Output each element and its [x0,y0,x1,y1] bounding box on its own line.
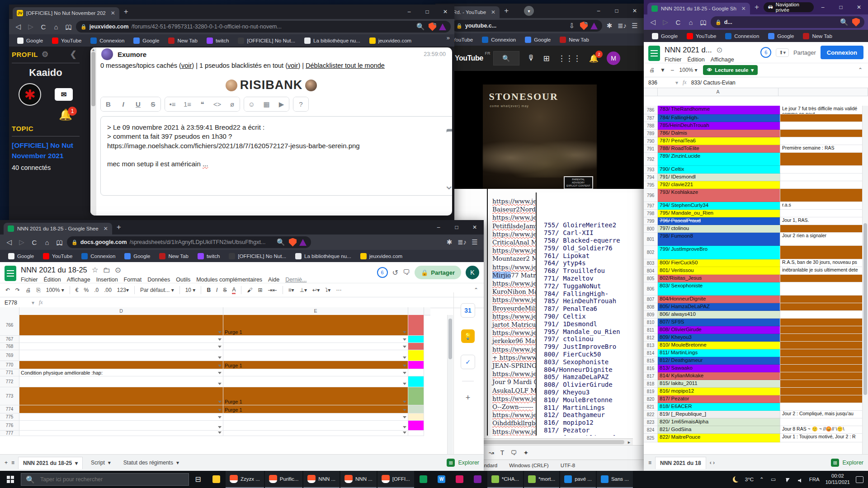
percent-format-button[interactable]: % [84,287,89,293]
tab-close-icon[interactable]: ✕ [104,225,108,232]
sheet-row[interactable]: 801 798/ Fumoon8 Jour 2 rien a signaler [644,233,868,246]
paint-app-icon[interactable] [451,471,469,488]
comment-cell[interactable]: Jour 2 : Compliqué, mais jusqu'au [780,411,868,418]
tab-close-icon[interactable]: ✕ [111,10,115,16]
player-cell[interactable]: 796/ PascalPraud [658,217,780,225]
row-number[interactable]: 788 [644,122,658,130]
cell-f-color[interactable] [408,376,424,387]
language-indicator[interactable]: FRA [809,477,820,482]
comment-cell[interactable] [780,153,868,166]
bookmark-item[interactable]: YouTube [39,253,76,259]
sheet-row[interactable]: 810 807/ SF9S [644,319,868,326]
all-sheets-icon[interactable]: ≡ [11,460,14,466]
menu-item[interactable]: Données [147,277,170,283]
word-app-icon[interactable]: W [433,471,451,488]
bookmark-icon[interactable]: 🕮 [698,19,709,26]
maximize-button[interactable]: □ [608,4,626,18]
cell-f-color[interactable] [408,315,424,336]
player-cell[interactable]: 820/ 1m65maisAlpha [658,418,780,426]
row-number[interactable]: 777 [0,431,19,436]
cell-f-color[interactable] [408,350,424,361]
menu-icon[interactable]: ☰ [469,238,480,246]
row-number[interactable]: 774 [0,405,19,413]
player-cell[interactable]: 807/ SF9S [658,319,780,326]
brave-shield-icon[interactable]: 11 [429,23,436,31]
player-cell[interactable]: 786/ Dalmis [658,130,780,137]
bookmark-icon[interactable]: 🕮 [63,23,74,31]
bookmark-item[interactable]: jeuxvideo.com [357,253,406,259]
row-number[interactable]: 767 [0,336,19,343]
sheet-row[interactable]: 769 [0,350,430,361]
bookmark-item[interactable]: Google [130,38,163,44]
comment-cell[interactable] [780,282,868,296]
strikethrough-button[interactable]: S [223,287,226,293]
row-number[interactable]: 805 [644,275,658,282]
text-tool-icon[interactable]: T [500,449,505,456]
reload-icon[interactable]: C [38,23,49,31]
cell-f-color[interactable] [408,361,424,369]
row-number[interactable]: 769 [0,350,19,361]
row-number[interactable]: 773 [0,387,19,405]
player-cell[interactable]: 806/ always410 [658,311,780,319]
tab-scroll-icons[interactable]: ‹ › [710,460,715,466]
tab-search-icon[interactable]: ▾ [524,6,534,16]
player-cell[interactable]: 816/ mopipo12 [658,388,780,395]
back-icon[interactable]: ◁ [647,18,658,26]
comment-cell[interactable]: inébranlable je suis ultimement dete [780,267,868,275]
bookmark-item[interactable]: jeuxvideo.com [366,38,415,44]
cell-d[interactable] [19,421,223,431]
player-cell[interactable]: 800/ FierCuck50 [658,259,780,267]
minimize-button[interactable]: – [590,4,608,18]
post-avatar[interactable] [101,48,113,60]
bookmark-item[interactable]: New Tab [165,38,201,44]
print-icon[interactable]: 🖨 [25,287,31,293]
sheet-row[interactable]: 802 799/ JustImproveBro [644,246,868,259]
minimize-button[interactable]: – [400,5,418,19]
cell-e[interactable] [223,336,408,343]
jv-tab[interactable]: JV [OFFICIEL] No Nut November 202 ✕ [13,7,119,19]
tasks-icon[interactable]: ✓ [461,355,475,369]
task-view-icon[interactable]: ⊟ [189,471,207,488]
explore-button[interactable]: ⊞Explorer [831,459,863,467]
row-number[interactable]: 792 [644,153,658,166]
gsl-tab[interactable]: NNN 2021 du 18-25 - Google Shee ✕ [4,223,112,235]
bookmark-item[interactable]: Google [5,253,38,259]
player-cell[interactable]: 794/ StephenCurly34 [658,202,780,210]
taskbar-window-button[interactable]: pavé ... [560,471,596,488]
share-button[interactable]: Partager [793,49,816,56]
comment-cell[interactable] [780,311,868,319]
cell-d[interactable] [19,361,223,369]
sheet-row[interactable]: 793 790/ Celtix [644,166,868,174]
player-cell[interactable]: 817/ Pezator [658,395,780,403]
bookmark-item[interactable]: twitch [194,253,223,259]
row-number[interactable]: 803 [644,259,658,267]
back-icon[interactable]: ◁ [4,238,14,246]
undo-icon[interactable]: ↶ [5,287,10,293]
bookmark-item[interactable]: Google [521,37,554,43]
create-video-icon[interactable]: ⊞ [543,54,550,63]
cell-e[interactable]: Purge 1 [223,387,408,405]
redo-icon[interactable]: ↷ [15,287,20,293]
bookmark-item[interactable]: La bibliothèque nu... [301,38,364,44]
player-cell[interactable]: 784/ FallingHigh- [658,114,780,122]
maximize-button[interactable]: □ [832,0,850,14]
taskbar-window-button[interactable]: Zzyzx ... [226,471,264,488]
spoiler-eye-icon[interactable]: ø [225,97,240,111]
sheet-row[interactable]: 806 803/ Sexophoniste [644,282,868,296]
history-icon[interactable]: ↺ [392,268,398,277]
comment-cell[interactable]: Le jour 7 fut très difficile mais validé… [780,106,868,114]
player-cell[interactable]: 801/ Veritissou [658,267,780,275]
sheet-row[interactable]: 786 783/ TheRandhomme Le jour 7 fut très… [644,106,868,114]
row-number[interactable]: 797 [644,202,658,210]
taskbar-window-button[interactable]: NNN ... [340,471,377,488]
notepad-panel[interactable]: 755/ GloireMeritee2757/ Carl-XII758/ Bla… [536,192,644,436]
row-number[interactable]: 807 [644,296,658,303]
help-button[interactable]: ? [293,97,308,111]
reload-icon[interactable]: C [673,19,684,26]
menu-item[interactable]: Modules complémentaires [196,277,262,283]
row-number[interactable]: 806 [644,282,658,296]
comment-cell[interactable] [780,166,868,174]
row-number[interactable]: 819 [644,388,658,395]
sheet-row[interactable]: 825 822/ MaitrePouce Jour 1 : Toujours m… [644,434,868,442]
column-header-f[interactable] [408,307,424,315]
